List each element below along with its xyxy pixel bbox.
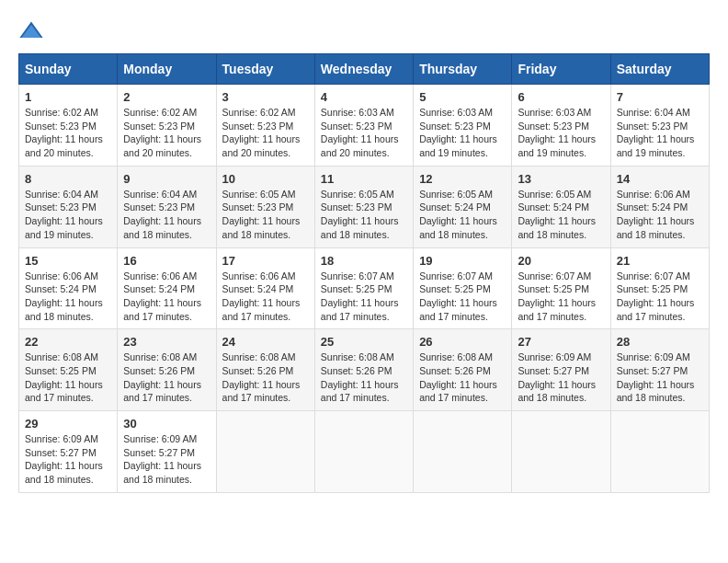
daylight-label: Daylight: 11 hours and 20 minutes. [123, 133, 201, 158]
sunrise-label: Sunrise: 6:04 AM [123, 189, 197, 200]
day-number: 17 [222, 254, 309, 268]
calendar-cell: 21 Sunrise: 6:07 AM Sunset: 5:25 PM Dayl… [610, 247, 709, 329]
day-number: 27 [518, 335, 604, 349]
calendar-cell: 8 Sunrise: 6:04 AM Sunset: 5:23 PM Dayli… [19, 166, 118, 247]
day-info: Sunrise: 6:08 AM Sunset: 5:26 PM Dayligh… [222, 350, 309, 405]
sunrise-label: Sunrise: 6:08 AM [419, 351, 493, 362]
day-number: 7 [617, 90, 703, 104]
daylight-label: Daylight: 11 hours and 18 minutes. [222, 215, 301, 240]
calendar-cell [314, 411, 413, 493]
calendar-cell: 29 Sunrise: 6:09 AM Sunset: 5:27 PM Dayl… [19, 411, 118, 493]
daylight-label: Daylight: 11 hours and 19 minutes. [617, 133, 695, 158]
sunset-label: Sunset: 5:24 PM [518, 201, 589, 213]
sunrise-label: Sunrise: 6:07 AM [419, 270, 493, 282]
calendar-cell: 19 Sunrise: 6:07 AM Sunset: 5:25 PM Dayl… [414, 247, 512, 329]
daylight-label: Daylight: 11 hours and 17 minutes. [419, 379, 497, 404]
day-info: Sunrise: 6:08 AM Sunset: 5:26 PM Dayligh… [321, 350, 407, 405]
day-number: 8 [25, 172, 111, 186]
day-of-week-header: Thursday [414, 54, 512, 85]
calendar-cell [610, 411, 709, 493]
day-info: Sunrise: 6:08 AM Sunset: 5:26 PM Dayligh… [123, 350, 210, 405]
day-number: 19 [419, 254, 506, 268]
sunset-label: Sunset: 5:23 PM [321, 121, 392, 132]
day-number: 21 [617, 254, 703, 268]
sunset-label: Sunset: 5:24 PM [617, 201, 688, 213]
daylight-label: Daylight: 11 hours and 18 minutes. [617, 215, 695, 240]
sunset-label: Sunset: 5:23 PM [25, 201, 97, 213]
daylight-label: Daylight: 11 hours and 18 minutes. [518, 215, 596, 240]
sunset-label: Sunset: 5:25 PM [321, 283, 392, 294]
daylight-label: Daylight: 11 hours and 17 minutes. [222, 297, 301, 322]
day-info: Sunrise: 6:05 AM Sunset: 5:23 PM Dayligh… [222, 188, 309, 242]
calendar-cell: 4 Sunrise: 6:03 AM Sunset: 5:23 PM Dayli… [314, 85, 413, 167]
sunrise-label: Sunrise: 6:08 AM [25, 351, 98, 362]
calendar-body: 1 Sunrise: 6:02 AM Sunset: 5:23 PM Dayli… [19, 85, 710, 493]
day-number: 26 [419, 335, 506, 349]
day-number: 3 [222, 90, 309, 104]
day-of-week-header: Tuesday [216, 54, 314, 85]
day-number: 30 [123, 417, 210, 431]
sunset-label: Sunset: 5:25 PM [419, 283, 491, 294]
day-number: 12 [419, 172, 506, 186]
day-of-week-header: Saturday [610, 54, 709, 85]
day-info: Sunrise: 6:09 AM Sunset: 5:27 PM Dayligh… [518, 350, 604, 405]
sunrise-label: Sunrise: 6:06 AM [25, 270, 98, 282]
calendar-cell: 5 Sunrise: 6:03 AM Sunset: 5:23 PM Dayli… [414, 85, 512, 167]
logo [18, 18, 48, 44]
day-of-week-header: Friday [512, 54, 610, 85]
sunset-label: Sunset: 5:23 PM [123, 121, 195, 132]
calendar-cell: 3 Sunrise: 6:02 AM Sunset: 5:23 PM Dayli… [216, 85, 314, 167]
sunset-label: Sunset: 5:23 PM [419, 121, 491, 132]
calendar-cell [216, 411, 314, 493]
calendar-cell: 30 Sunrise: 6:09 AM Sunset: 5:27 PM Dayl… [118, 411, 216, 493]
sunset-label: Sunset: 5:23 PM [617, 121, 688, 132]
day-number: 18 [321, 254, 407, 268]
calendar-cell: 12 Sunrise: 6:05 AM Sunset: 5:24 PM Dayl… [414, 166, 512, 247]
calendar-cell: 11 Sunrise: 6:05 AM Sunset: 5:23 PM Dayl… [314, 166, 413, 247]
sunrise-label: Sunrise: 6:04 AM [617, 107, 690, 118]
day-info: Sunrise: 6:09 AM Sunset: 5:27 PM Dayligh… [123, 432, 210, 487]
day-info: Sunrise: 6:06 AM Sunset: 5:24 PM Dayligh… [222, 270, 309, 324]
sunrise-label: Sunrise: 6:08 AM [222, 351, 296, 362]
day-number: 29 [25, 417, 111, 431]
day-info: Sunrise: 6:08 AM Sunset: 5:26 PM Dayligh… [419, 350, 506, 405]
sunrise-label: Sunrise: 6:08 AM [123, 351, 197, 362]
day-number: 16 [123, 254, 210, 268]
sunrise-label: Sunrise: 6:02 AM [25, 107, 98, 118]
calendar-cell: 23 Sunrise: 6:08 AM Sunset: 5:26 PM Dayl… [118, 329, 216, 411]
day-number: 25 [321, 335, 407, 349]
day-info: Sunrise: 6:05 AM Sunset: 5:24 PM Dayligh… [419, 188, 506, 242]
sunset-label: Sunset: 5:26 PM [123, 365, 195, 376]
sunset-label: Sunset: 5:24 PM [222, 283, 294, 294]
sunset-label: Sunset: 5:24 PM [123, 283, 195, 294]
sunset-label: Sunset: 5:26 PM [321, 365, 392, 376]
sunrise-label: Sunrise: 6:02 AM [123, 107, 197, 118]
calendar-cell: 15 Sunrise: 6:06 AM Sunset: 5:24 PM Dayl… [19, 247, 118, 329]
day-info: Sunrise: 6:07 AM Sunset: 5:25 PM Dayligh… [321, 270, 407, 324]
sunrise-label: Sunrise: 6:07 AM [518, 270, 591, 282]
day-number: 15 [25, 254, 111, 268]
sunrise-label: Sunrise: 6:09 AM [25, 433, 98, 444]
calendar-cell: 13 Sunrise: 6:05 AM Sunset: 5:24 PM Dayl… [512, 166, 610, 247]
day-info: Sunrise: 6:06 AM Sunset: 5:24 PM Dayligh… [25, 270, 111, 324]
day-number: 1 [25, 90, 111, 104]
daylight-label: Daylight: 11 hours and 17 minutes. [25, 379, 103, 404]
daylight-label: Daylight: 11 hours and 18 minutes. [419, 215, 497, 240]
calendar-cell: 24 Sunrise: 6:08 AM Sunset: 5:26 PM Dayl… [216, 329, 314, 411]
day-info: Sunrise: 6:03 AM Sunset: 5:23 PM Dayligh… [321, 106, 407, 160]
sunset-label: Sunset: 5:25 PM [518, 283, 589, 294]
day-info: Sunrise: 6:07 AM Sunset: 5:25 PM Dayligh… [617, 270, 703, 324]
sunset-label: Sunset: 5:25 PM [25, 365, 97, 376]
sunset-label: Sunset: 5:26 PM [222, 365, 294, 376]
calendar-cell: 14 Sunrise: 6:06 AM Sunset: 5:24 PM Dayl… [610, 166, 709, 247]
day-info: Sunrise: 6:02 AM Sunset: 5:23 PM Dayligh… [222, 106, 309, 160]
sunset-label: Sunset: 5:27 PM [518, 365, 589, 376]
sunset-label: Sunset: 5:23 PM [222, 121, 294, 132]
calendar-cell: 10 Sunrise: 6:05 AM Sunset: 5:23 PM Dayl… [216, 166, 314, 247]
calendar-cell: 28 Sunrise: 6:09 AM Sunset: 5:27 PM Dayl… [610, 329, 709, 411]
sunset-label: Sunset: 5:23 PM [518, 121, 589, 132]
sunrise-label: Sunrise: 6:07 AM [617, 270, 690, 282]
sunrise-label: Sunrise: 6:09 AM [518, 351, 591, 362]
daylight-label: Daylight: 11 hours and 17 minutes. [222, 379, 301, 404]
calendar-cell: 2 Sunrise: 6:02 AM Sunset: 5:23 PM Dayli… [118, 85, 216, 167]
